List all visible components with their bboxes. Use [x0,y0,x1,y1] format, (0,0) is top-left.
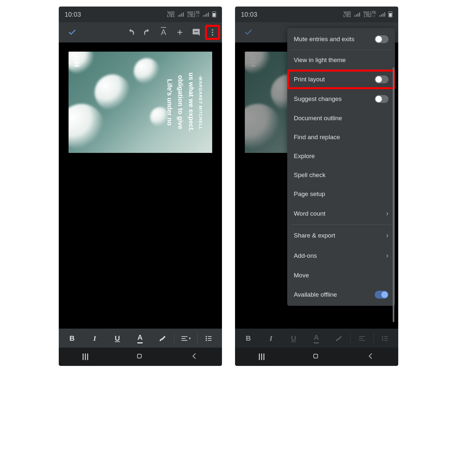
status-bar: 10:03 Vo)))LTE1 Vo)) LTELTE2 ↓↑ [235,7,398,22]
menu-label: Suggest changes [294,95,342,103]
status-indicators: Vo)))LTE1 Vo)) LTELTE2 ↓↑ [343,11,392,18]
chevron-right-icon: › [386,209,388,218]
svg-point-12 [206,340,207,341]
android-nav-bar [235,348,398,366]
svg-rect-14 [137,354,141,358]
highlight-button[interactable] [328,329,350,348]
menu-share-export[interactable]: Share & export › [287,225,395,246]
align-button[interactable]: ▾ [174,329,197,348]
battery-icon [212,11,216,17]
toggle-switch[interactable] [375,75,388,83]
svg-point-8 [206,336,207,337]
menu-move[interactable]: Move [287,266,395,285]
menu-explore[interactable]: Explore [287,147,395,166]
status-time: 10:03 [241,11,257,18]
italic-button[interactable]: I [260,329,282,348]
menu-word-count[interactable]: Word count › [287,204,395,224]
underline-button[interactable]: U [106,329,129,348]
menu-label: Page setup [294,190,325,198]
redo-button[interactable] [140,25,155,40]
chevron-right-icon: › [386,231,388,240]
bold-button[interactable]: B [237,329,260,348]
document-image: GH Life's under no obligation to give us… [69,52,212,153]
nav-recent-button[interactable] [259,353,264,360]
image-quote: Life's under no obligation to give us wh… [166,61,203,143]
menu-label: View in light theme [294,57,346,64]
nav-home-button[interactable] [312,352,320,361]
svg-point-10 [206,338,207,339]
image-badge: GH [72,56,81,68]
svg-rect-24 [314,354,318,358]
menu-light-theme[interactable]: View in light theme [287,51,395,70]
done-check-button[interactable] [241,25,256,40]
status-bar: 10:03 Vo)))LTE1 Vo)) LTELTE2 ↓↑ [59,7,222,22]
menu-label: Move [294,272,309,279]
menu-label: Mute entries and exits [294,36,355,43]
text-color-button[interactable]: A [129,329,151,348]
comment-button[interactable] [189,25,204,40]
nav-back-button[interactable] [191,352,198,361]
editor-toolbar: A [59,22,222,42]
menu-label: Available offline [294,291,337,298]
menu-find-replace[interactable]: Find and replace [287,128,395,147]
svg-point-2 [212,29,213,30]
status-indicators: Vo)))LTE1 Vo)) LTELTE2 ↓↑ [167,11,216,18]
highlight-button[interactable] [151,329,174,348]
svg-point-18 [382,336,383,337]
nav-back-button[interactable] [367,352,375,361]
toggle-switch[interactable] [375,35,388,43]
svg-point-22 [382,340,383,341]
battery-icon [388,11,392,17]
menu-label: Explore [294,153,315,160]
toggle-switch[interactable] [375,95,388,103]
menu-label: Add-ons [294,252,317,259]
underline-button[interactable]: U [282,329,305,348]
bold-button[interactable]: B [61,329,83,348]
menu-page-setup[interactable]: Page setup [287,185,395,204]
menu-label: Spell check [294,172,325,179]
align-button[interactable] [351,329,373,348]
more-menu-button[interactable] [205,25,220,40]
menu-mute-entries[interactable]: Mute entries and exits [287,29,395,49]
phone-screenshot-right: 10:03 Vo)))LTE1 Vo)) LTELTE2 ↓↑ GH Mute … [235,7,398,366]
menu-label: Find and replace [294,134,340,141]
chevron-right-icon: › [386,252,388,260]
italic-button[interactable]: I [83,329,106,348]
document-canvas[interactable]: GH Life's under no obligation to give us… [59,42,222,329]
svg-point-3 [212,32,213,33]
svg-point-4 [212,34,213,35]
android-nav-bar [59,348,222,366]
insert-button[interactable] [172,25,187,40]
format-toolbar: B I U A ▾ [59,329,222,348]
undo-button[interactable] [123,25,138,40]
toggle-switch[interactable] [375,291,388,299]
text-color-button[interactable]: A [305,329,327,348]
menu-label: Share & export [294,232,335,239]
image-badge: GH [249,56,257,68]
format-toolbar: B I U A [235,329,398,348]
list-button[interactable] [374,329,396,348]
list-button[interactable] [197,329,220,348]
menu-spell-check[interactable]: Spell check [287,166,395,185]
phone-screenshot-left: 10:03 Vo)))LTE1 Vo)) LTELTE2 ↓↑ A [59,7,222,366]
svg-point-20 [382,338,383,339]
nav-recent-button[interactable] [83,353,88,360]
menu-addons[interactable]: Add-ons › [287,246,395,266]
menu-print-layout[interactable]: Print layout [287,70,395,89]
menu-label: Word count [294,210,325,217]
scrollbar[interactable] [393,67,394,322]
menu-label: Document outline [294,115,342,122]
nav-home-button[interactable] [135,352,143,361]
menu-label: Print layout [294,76,325,83]
menu-available-offline[interactable]: Available offline [287,285,395,304]
done-check-button[interactable] [65,25,80,40]
status-time: 10:03 [65,11,81,18]
text-format-button[interactable]: A [156,25,171,40]
menu-document-outline[interactable]: Document outline [287,109,395,128]
overflow-menu: Mute entries and exits View in light the… [287,28,395,306]
menu-suggest-changes[interactable]: Suggest changes [287,89,395,109]
